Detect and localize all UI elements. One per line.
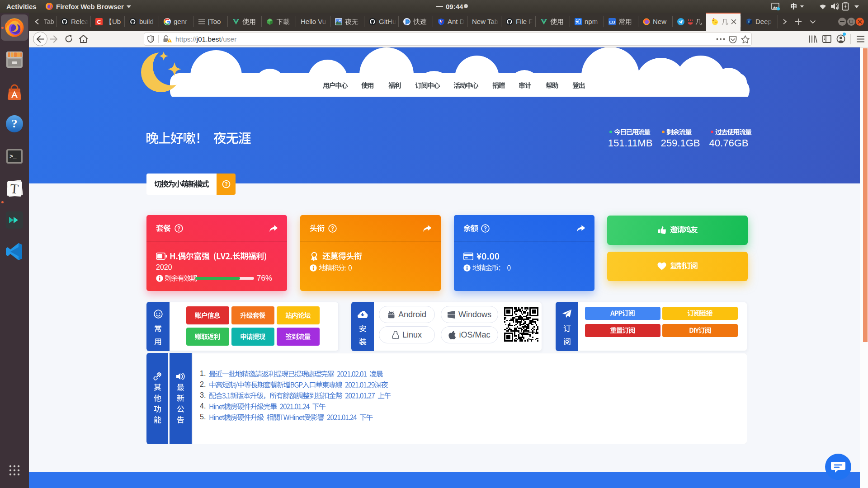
svg-text:>_: >_ [9, 153, 17, 160]
svg-text:?: ? [225, 181, 228, 187]
svg-text:?: ? [12, 117, 18, 130]
svg-text:T: T [10, 181, 19, 196]
